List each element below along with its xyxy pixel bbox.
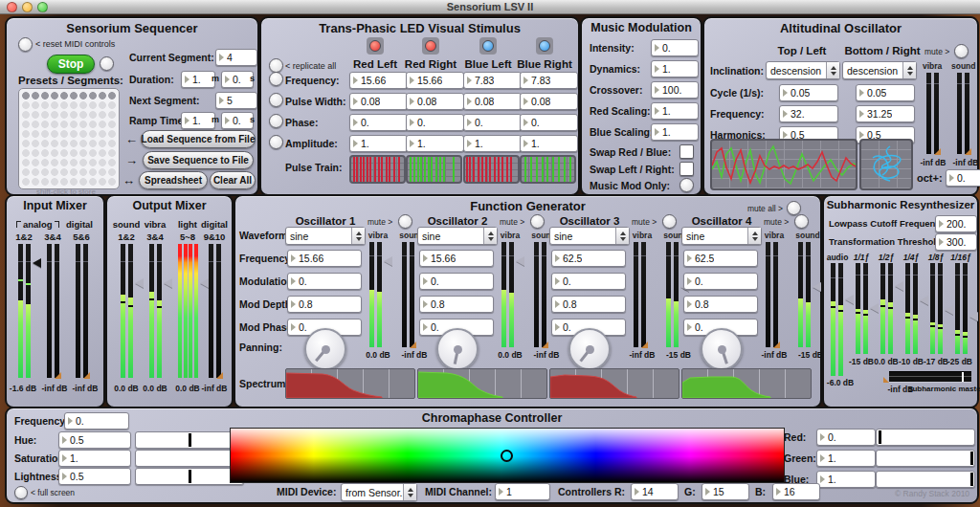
output-meter-vibra[interactable]	[149, 244, 162, 378]
red-scaling-field[interactable]: 1.	[651, 102, 699, 120]
blue-left-amplitude-field[interactable]: 1.	[463, 135, 522, 152]
meter-cursor-icon[interactable]	[384, 256, 392, 266]
cycle-left-field[interactable]: 0.05	[779, 84, 838, 101]
replicate-all-radio[interactable]	[269, 58, 283, 73]
lightness-slider[interactable]	[135, 468, 244, 485]
dynamics-field[interactable]: 1.	[651, 60, 699, 77]
meter-cursor-icon[interactable]	[135, 278, 144, 288]
red-left-phase-field[interactable]: 0.	[349, 114, 408, 131]
preset-grid-rows[interactable]	[21, 100, 117, 187]
blue-field[interactable]: 1.	[816, 471, 876, 488]
oct-field[interactable]: 0.	[946, 169, 980, 187]
cycle-right-field[interactable]: 0.05	[856, 84, 915, 101]
color-picker-strip[interactable]	[230, 428, 785, 483]
meter-cursor-icon[interactable]	[969, 312, 978, 321]
clear-all-button[interactable]: Clear All	[210, 171, 256, 189]
save-sequence-button[interactable]: Save Sequence to File	[143, 151, 254, 169]
band-audio-meter[interactable]	[831, 263, 843, 376]
controller-b-field[interactable]: 16	[772, 483, 820, 500]
osc2-vibra-meter[interactable]	[501, 242, 514, 347]
osc3-sound-meter[interactable]	[666, 242, 679, 347]
osc1-waveform-dropdown[interactable]: sine	[285, 227, 366, 245]
frequency-row-radio[interactable]	[269, 72, 283, 86]
preset-grid-row-active[interactable]	[21, 91, 117, 100]
osc4-frequency-field[interactable]: 62.5	[683, 250, 758, 267]
meter-cursor-icon[interactable]	[164, 278, 172, 288]
input-meter-3-4[interactable]	[47, 244, 59, 378]
band-1-16-meter[interactable]	[955, 263, 968, 354]
intensity-field[interactable]: 0.	[651, 39, 699, 56]
osc1-mute-radio[interactable]	[398, 214, 412, 229]
osc3-waveform-dropdown[interactable]: sine	[549, 227, 630, 245]
stop-button[interactable]: Stop	[47, 55, 95, 74]
input-meter-5-6[interactable]	[76, 244, 88, 378]
input-meter-1-2[interactable]	[18, 244, 31, 378]
swap-red-blue-checkbox[interactable]	[679, 144, 694, 159]
lowpass-field[interactable]: 200.	[935, 215, 977, 232]
osc3-vibra-meter[interactable]	[634, 242, 646, 347]
osc2-waveform-dropdown[interactable]: sine	[417, 227, 498, 245]
meter-cursor-icon[interactable]	[945, 305, 953, 315]
green-slider[interactable]	[876, 450, 975, 467]
hue-field[interactable]: 0.5	[58, 431, 131, 449]
preset-grid[interactable]	[18, 88, 120, 189]
output-meter-sound[interactable]	[121, 244, 133, 378]
full-screen-radio[interactable]	[14, 486, 28, 499]
blue-right-pulse-width-field[interactable]: 0.08	[520, 93, 578, 110]
controller-r-field[interactable]: 14	[631, 483, 679, 500]
inclination-left-dropdown[interactable]: descension	[766, 61, 840, 79]
osc4-vibra-meter[interactable]	[766, 242, 778, 347]
color-picker-marker[interactable]	[501, 450, 513, 462]
osc3-panning-knob[interactable]	[568, 328, 611, 370]
red-field[interactable]: 0.	[816, 429, 876, 446]
green-field[interactable]: 1.	[816, 450, 876, 467]
meter-cursor-icon[interactable]	[845, 295, 854, 304]
osc4-waveform-dropdown[interactable]: sine	[681, 227, 762, 245]
ramp-sec-field[interactable]: 0.	[221, 112, 254, 129]
meter-cursor-icon[interactable]	[33, 258, 41, 268]
osc1-sound-meter[interactable]	[402, 242, 414, 347]
meter-cursor-icon[interactable]	[813, 282, 821, 292]
blue-scaling-field[interactable]: 1.	[651, 123, 699, 141]
hue-slider[interactable]	[135, 431, 244, 449]
meter-cursor-icon[interactable]	[870, 303, 879, 313]
output-meter-digital[interactable]	[209, 244, 221, 378]
current-segment-field[interactable]: 4	[215, 49, 257, 66]
osc4-sound-meter[interactable]	[798, 242, 811, 347]
osc3-mute-radio[interactable]	[662, 214, 677, 229]
blue-left-phase-field[interactable]: 0.	[463, 114, 522, 131]
blue-right-phase-field[interactable]: 0.	[520, 114, 578, 131]
band-1-2-meter[interactable]	[880, 263, 893, 354]
osc1-panning-knob[interactable]	[304, 328, 346, 370]
next-segment-field[interactable]: 5	[215, 92, 257, 109]
osc4-mod-depth-field[interactable]: 0.8	[683, 296, 758, 313]
music-mod-only-radio[interactable]	[679, 178, 694, 192]
saturation-slider[interactable]	[135, 450, 244, 467]
osc2-sound-meter[interactable]	[534, 242, 546, 347]
subharmonic-master-slider[interactable]	[889, 371, 971, 382]
band-1-8-meter[interactable]	[930, 263, 943, 354]
osc2-mod-depth-field[interactable]: 0.8	[419, 296, 494, 313]
load-sequence-button[interactable]: Load Sequence from File	[141, 130, 256, 148]
red-right-phase-field[interactable]: 0.	[406, 114, 464, 131]
threshold-field[interactable]: 300.	[935, 233, 977, 251]
osc2-panning-knob[interactable]	[436, 328, 479, 370]
osc1-frequency-field[interactable]: 15.66	[287, 250, 362, 267]
band-1-4-meter[interactable]	[905, 263, 918, 354]
osc2-mute-radio[interactable]	[530, 214, 545, 229]
red-right-amplitude-field[interactable]: 1.	[406, 135, 464, 152]
blue-left-pulse-width-field[interactable]: 0.08	[463, 93, 522, 110]
stop-indicator-radio[interactable]	[100, 56, 114, 71]
duration-sec-field[interactable]: 0.	[221, 71, 254, 88]
osc1-mod-depth-field[interactable]: 0.8	[287, 296, 362, 313]
red-right-pulse-width-field[interactable]: 0.08	[406, 93, 464, 110]
duration-min-field[interactable]: 1.	[181, 71, 215, 88]
ramp-min-field[interactable]: 1.	[181, 112, 215, 129]
blue-right-frequency-field[interactable]: 7.83	[520, 72, 578, 89]
alt-mute-radio[interactable]	[954, 44, 969, 58]
output-meter-light[interactable]	[178, 244, 198, 378]
inclination-right-dropdown[interactable]: descension	[842, 61, 917, 79]
osc4-mute-radio[interactable]	[794, 214, 809, 229]
spreadsheet-button[interactable]: Spreadsheet	[139, 171, 208, 189]
crossover-field[interactable]: 100.	[651, 81, 699, 99]
